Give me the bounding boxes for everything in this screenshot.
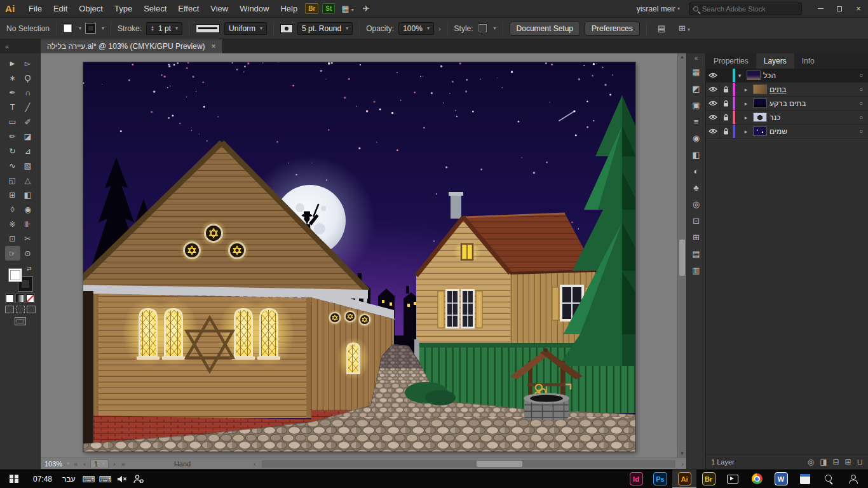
layer-name[interactable]: הכל xyxy=(763,71,854,80)
expand-arrow-icon[interactable]: ▸ xyxy=(742,114,750,121)
layer-thumbnail[interactable] xyxy=(753,112,767,122)
visibility-toggle-icon[interactable] xyxy=(706,111,720,124)
layer-row[interactable]: ▾הכל○ xyxy=(706,69,868,83)
tool-paintbrush[interactable]: ✐ xyxy=(20,114,36,129)
expand-panels-button[interactable]: « xyxy=(687,55,705,62)
document-setup-button[interactable]: Document Setup xyxy=(510,22,580,36)
menu-help[interactable]: Help xyxy=(275,0,303,17)
color-panel-icon[interactable]: ▦ xyxy=(689,64,704,79)
scroll-left-icon[interactable]: ‹ xyxy=(254,460,256,468)
appearance-panel-icon[interactable]: ◐ xyxy=(689,163,704,179)
expand-arrow-icon[interactable]: ▸ xyxy=(742,86,750,93)
layer-row[interactable]: ▸בתים ברקע○ xyxy=(706,97,868,111)
layer-target-icon[interactable]: ○ xyxy=(854,114,868,121)
menu-edit[interactable]: Edit xyxy=(48,0,73,17)
panel-dock-icon[interactable]: ▤ xyxy=(653,24,670,33)
visibility-toggle-icon[interactable] xyxy=(706,69,720,82)
tool-symbol-sprayer[interactable]: ※ xyxy=(5,217,20,231)
tool-pen[interactable]: ✒ xyxy=(5,85,20,100)
fill-swatch[interactable] xyxy=(8,268,22,282)
arrange-documents-icon[interactable]: ▦▾ xyxy=(337,4,358,13)
tool-blend[interactable]: ◉ xyxy=(20,202,36,217)
vertical-scrollbar[interactable]: ▲ ▼ xyxy=(677,53,686,458)
tool-eraser[interactable]: ◪ xyxy=(20,129,36,144)
tool-scale[interactable]: ⊿ xyxy=(20,144,36,158)
tool-line-segment[interactable]: ╱ xyxy=(20,100,36,114)
search-input[interactable] xyxy=(702,5,797,13)
scroll-down-icon[interactable]: ▼ xyxy=(680,450,685,458)
start-button[interactable] xyxy=(0,470,28,488)
navigator-panel-icon[interactable]: ◎ xyxy=(689,196,704,212)
asset-export-panel-icon[interactable]: ▥ xyxy=(689,262,704,278)
first-artboard-button[interactable]: « xyxy=(72,460,79,468)
zoom-level-dropdown[interactable]: 103%▾ xyxy=(44,460,69,468)
next-artboard-button[interactable]: › xyxy=(112,460,117,468)
layer-target-icon[interactable]: ○ xyxy=(854,86,868,93)
layer-thumbnail[interactable] xyxy=(753,98,767,108)
links-panel-icon[interactable]: ⊡ xyxy=(689,213,704,228)
tool-selection[interactable]: ► xyxy=(5,56,20,71)
last-artboard-button[interactable]: » xyxy=(120,460,126,468)
new-layer-icon[interactable]: ⊞ xyxy=(845,458,851,466)
tool-rectangle[interactable]: ▭ xyxy=(5,114,20,129)
style-label[interactable]: Style: xyxy=(454,24,473,33)
tool-rotate[interactable]: ↻ xyxy=(5,144,20,158)
lock-icon[interactable] xyxy=(720,83,733,96)
tool-direct-selection[interactable]: ▻ xyxy=(20,56,36,71)
style-swatch-dropdown[interactable] xyxy=(478,24,487,33)
minimize-button[interactable] xyxy=(811,0,830,17)
draw-behind-button[interactable] xyxy=(16,306,25,313)
taskbar-clock[interactable]: 07:48 xyxy=(28,475,57,484)
transparency-panel-icon[interactable]: ◧ xyxy=(689,147,704,162)
stroke-weight-label[interactable]: Stroke: xyxy=(118,24,142,33)
stroke-color-swatch[interactable] xyxy=(86,24,95,33)
layer-name[interactable]: שמים xyxy=(770,127,854,136)
illustrator-taskbar-button[interactable]: Ai xyxy=(672,470,696,488)
pathfinder-panel-icon[interactable]: ⊞ xyxy=(689,229,704,245)
tool-mesh[interactable]: ⊞ xyxy=(5,187,20,202)
vertical-scroll-thumb[interactable] xyxy=(679,240,685,276)
expand-arrow-icon[interactable]: ▾ xyxy=(735,72,744,79)
tool-zoom[interactable]: ⊙ xyxy=(20,246,36,261)
collapse-tools-button[interactable]: « xyxy=(0,39,41,53)
lock-icon[interactable] xyxy=(720,97,733,110)
tab-properties[interactable]: Properties xyxy=(706,53,756,69)
indesign-taskbar-button[interactable]: Id xyxy=(624,470,648,488)
bridge-taskbar-button[interactable]: Br xyxy=(696,470,721,488)
tool-curvature[interactable]: ∩ xyxy=(20,85,36,100)
chrome-taskbar-button[interactable] xyxy=(745,470,769,488)
layer-target-icon[interactable]: ○ xyxy=(854,72,868,79)
align-panel-icon[interactable]: ▤ xyxy=(689,246,704,261)
document-tab[interactable]: עיירה בלילה.ai* @ 103% (CMYK/GPU Preview… xyxy=(41,39,223,53)
tool-eyedropper[interactable]: ◊ xyxy=(5,202,20,217)
layer-thumbnail[interactable] xyxy=(753,126,767,136)
lock-icon[interactable] xyxy=(720,125,733,138)
draw-inside-button[interactable] xyxy=(27,306,36,313)
movies-tv-taskbar-button[interactable] xyxy=(721,470,745,488)
expand-arrow-icon[interactable]: ▸ xyxy=(742,128,750,135)
people-search-icon[interactable] xyxy=(130,470,147,488)
layer-thumbnail[interactable] xyxy=(747,71,761,80)
close-button[interactable]: × xyxy=(849,0,868,17)
tool-gradient[interactable]: ◧ xyxy=(20,187,36,202)
layer-row[interactable]: ▸שמים○ xyxy=(706,125,868,139)
tool-width[interactable]: ∿ xyxy=(5,158,20,173)
tool-shape-builder[interactable]: ◱ xyxy=(5,173,20,187)
touch-keyboard-icon[interactable]: ⌨ xyxy=(97,470,114,488)
search-taskbar-button[interactable] xyxy=(817,470,841,488)
stock-search-box[interactable] xyxy=(689,3,802,15)
canvas-artwork[interactable] xyxy=(83,62,635,452)
tab-info[interactable]: Info xyxy=(794,53,822,69)
menu-effect[interactable]: Effect xyxy=(172,0,205,17)
expand-arrow-icon[interactable]: ▸ xyxy=(742,100,750,107)
tool-perspective-grid[interactable]: △ xyxy=(20,173,36,187)
lock-empty[interactable] xyxy=(720,69,733,82)
tool-free-transform[interactable]: ▧ xyxy=(20,158,36,173)
language-indicator[interactable]: עבר xyxy=(57,475,81,484)
new-sublayer-icon[interactable]: ⊟ xyxy=(833,458,839,466)
preferences-button[interactable]: Preferences xyxy=(585,22,640,36)
swap-fill-stroke-icon[interactable] xyxy=(27,266,32,272)
tool-type[interactable]: T xyxy=(5,100,20,114)
visibility-toggle-icon[interactable] xyxy=(706,97,720,110)
account-menu[interactable]: yisrael meir▾ xyxy=(637,4,680,13)
